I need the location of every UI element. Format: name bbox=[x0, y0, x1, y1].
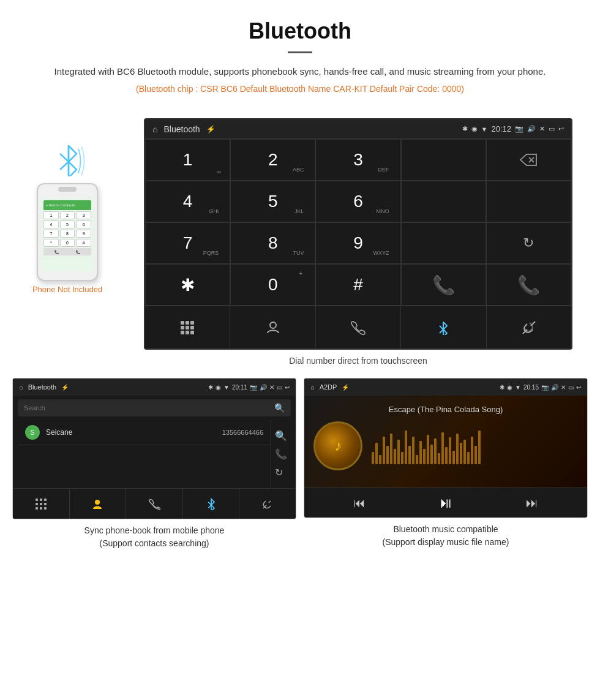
bluetooth-specs: (Bluetooth chip : CSR BC6 Default Blueto… bbox=[37, 84, 563, 94]
pb-contact-row[interactable]: S Seicane 13566664466 bbox=[18, 420, 271, 445]
svg-rect-13 bbox=[190, 331, 194, 334]
waveform-bar bbox=[383, 437, 385, 464]
pb-contact-letter: S bbox=[25, 425, 40, 440]
pb-search-bar[interactable]: Search 🔍 bbox=[18, 399, 291, 416]
waveform-bar bbox=[408, 446, 411, 464]
pb-nav-phone[interactable] bbox=[126, 489, 183, 519]
pb-search-icon: 🔍 bbox=[274, 403, 285, 413]
pb-nav-contacts[interactable] bbox=[70, 489, 127, 519]
music-waveform bbox=[372, 427, 578, 464]
waveform-bar bbox=[423, 449, 426, 464]
car-nav-link[interactable] bbox=[487, 306, 571, 348]
dial-key-0[interactable]: 0 + bbox=[230, 264, 315, 306]
dial-refresh[interactable]: ↻ bbox=[486, 222, 571, 264]
dial-empty-4 bbox=[401, 222, 486, 264]
play-pause-button[interactable]: ⏯ bbox=[438, 494, 453, 511]
dial-key-star[interactable]: ✱ bbox=[145, 264, 230, 306]
pb-contact-number: 13566664466 bbox=[222, 429, 263, 436]
next-track-button[interactable]: ⏭ bbox=[526, 496, 538, 510]
music-note-icon: ♪ bbox=[334, 437, 342, 454]
music-song-title: Escape (The Pina Colada Song) bbox=[389, 405, 503, 414]
music-status-bar: ⌂ A2DP ⚡ ✱◉▼ 20:15 📷🔊✕▭↩ bbox=[304, 378, 587, 396]
dial-key-5[interactable]: 5 JKL bbox=[230, 181, 315, 222]
waveform-bar bbox=[452, 451, 455, 464]
car-nav-phone[interactable] bbox=[316, 306, 401, 348]
pb-side-call-icon[interactable]: 📞 bbox=[275, 448, 287, 460]
waveform-bar bbox=[386, 446, 389, 464]
waveform-bar bbox=[397, 440, 400, 464]
car-status-bar: ⌂ Bluetooth ⚡ ✱ ◉ ▼ 20:12 📷 🔊 ✕ ▭ ↩ bbox=[145, 119, 571, 139]
pb-side-search-icon[interactable]: 🔍 bbox=[275, 430, 287, 442]
car-nav-contacts[interactable] bbox=[230, 306, 315, 348]
back-icon-status[interactable]: ↩ bbox=[558, 125, 564, 133]
prev-track-button[interactable]: ⏮ bbox=[353, 496, 366, 510]
dialpad-grid: 1 ∞ 2 ABC 3 DEF bbox=[145, 139, 571, 306]
dial-key-4[interactable]: 4 GHI bbox=[145, 181, 230, 222]
waveform-bar bbox=[401, 452, 403, 464]
music-album-art: ♪ bbox=[313, 421, 362, 470]
pb-time: 20:11 bbox=[232, 384, 247, 391]
waveform-bar bbox=[405, 431, 407, 464]
pb-nav-dialpad[interactable] bbox=[13, 489, 70, 519]
music-main: Escape (The Pina Colada Song) ♪ bbox=[304, 396, 587, 487]
waveform-bar bbox=[379, 455, 381, 464]
svg-rect-8 bbox=[181, 326, 184, 329]
pb-contact-name: Seicane bbox=[46, 428, 222, 437]
header-section: Bluetooth Integrated with BC6 Bluetooth … bbox=[0, 0, 600, 118]
phone-mockup: + Add to Contacts 1 2 3 4 5 6 7 8 9 * 0 … bbox=[37, 183, 98, 281]
car-status-title: Bluetooth bbox=[163, 124, 200, 134]
waveform-bar bbox=[375, 443, 378, 464]
car-nav-bluetooth[interactable] bbox=[401, 306, 486, 348]
waveform-bar bbox=[372, 452, 374, 464]
close-icon-status: ✕ bbox=[539, 125, 545, 133]
waveform-bar bbox=[445, 447, 448, 464]
phone-not-included-label: Phone Not Included bbox=[32, 285, 102, 294]
svg-rect-24 bbox=[36, 507, 38, 510]
dial-key-3[interactable]: 3 DEF bbox=[315, 139, 400, 181]
dial-backspace[interactable] bbox=[486, 139, 571, 181]
dial-empty-2 bbox=[401, 181, 486, 222]
waveform-bar bbox=[463, 440, 466, 464]
waveform-bar bbox=[456, 434, 459, 464]
dial-key-9[interactable]: 9 WXYZ bbox=[315, 222, 400, 264]
home-icon[interactable]: ⌂ bbox=[152, 124, 157, 134]
svg-line-2 bbox=[60, 162, 69, 170]
pb-title: Bluetooth bbox=[28, 383, 56, 391]
svg-rect-6 bbox=[186, 321, 189, 325]
waveform-bar bbox=[430, 445, 433, 464]
waveform-bar bbox=[474, 446, 477, 464]
car-nav-dialpad[interactable] bbox=[145, 306, 230, 348]
volume-icon-status: 🔊 bbox=[527, 125, 536, 133]
dial-caption: Dial number direct from touchscreen bbox=[289, 356, 427, 366]
waveform-bar bbox=[434, 438, 437, 464]
dial-call-green[interactable]: 📞 bbox=[401, 264, 486, 306]
waveform-bar bbox=[427, 435, 429, 464]
svg-rect-9 bbox=[186, 326, 189, 329]
waveform-bar bbox=[478, 431, 481, 464]
waveform-bar bbox=[467, 452, 470, 464]
svg-rect-26 bbox=[44, 507, 47, 510]
dial-key-2[interactable]: 2 ABC bbox=[230, 139, 315, 181]
pb-nav-bluetooth[interactable] bbox=[183, 489, 240, 519]
car-screen: ⌂ Bluetooth ⚡ ✱ ◉ ▼ 20:12 📷 🔊 ✕ ▭ ↩ bbox=[144, 118, 572, 350]
dial-key-8[interactable]: 8 TUV bbox=[230, 222, 315, 264]
svg-rect-11 bbox=[181, 331, 184, 334]
dial-empty-1 bbox=[401, 139, 486, 181]
dial-key-1[interactable]: 1 ∞ bbox=[145, 139, 230, 181]
pb-nav-link[interactable] bbox=[239, 489, 296, 519]
dial-key-6[interactable]: 6 MNO bbox=[315, 181, 400, 222]
waveform-bar bbox=[412, 437, 414, 464]
music-title: A2DP bbox=[320, 383, 337, 391]
pb-side-refresh-icon[interactable]: ↻ bbox=[275, 467, 287, 478]
svg-rect-10 bbox=[190, 326, 194, 329]
page-title: Bluetooth bbox=[37, 18, 563, 44]
camera-icon-status: 📷 bbox=[515, 125, 523, 133]
description-text: Integrated with BC6 Bluetooth module, su… bbox=[37, 64, 563, 79]
svg-rect-21 bbox=[36, 503, 38, 505]
dial-call-red[interactable]: 📞 bbox=[486, 264, 571, 306]
music-album-area: ♪ bbox=[313, 421, 578, 470]
dial-key-hash[interactable]: # bbox=[315, 264, 400, 306]
waveform-bar bbox=[460, 443, 462, 464]
dial-key-7[interactable]: 7 PQRS bbox=[145, 222, 230, 264]
waveform-bar bbox=[394, 449, 396, 464]
